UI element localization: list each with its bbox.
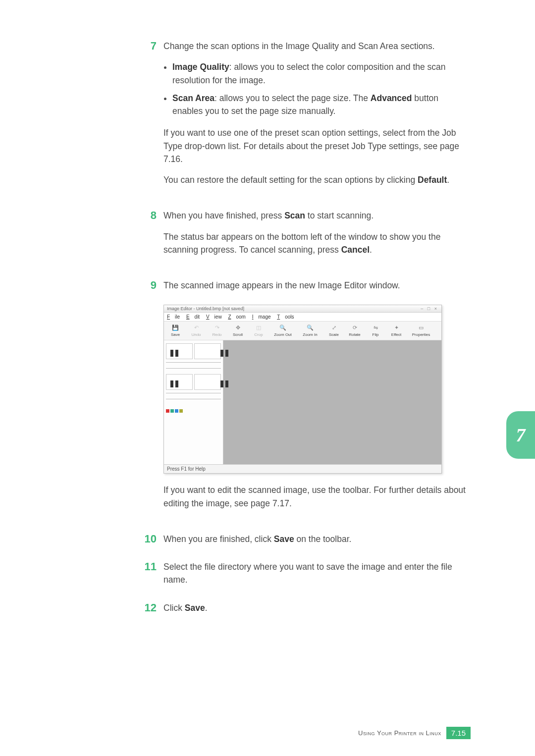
scroll-icon: ✥: [229, 324, 246, 331]
label-advanced: Advanced: [371, 93, 412, 103]
footer-text: Using Your Printer in Linux: [358, 729, 441, 737]
step9-after: If you want to edit the scanned image, u…: [163, 484, 471, 510]
label-scan: Scan: [284, 211, 305, 220]
properties-icon: ▭: [409, 324, 433, 331]
toolbar-redo-label: Redo: [212, 332, 221, 337]
editor-title-text: Image Editor - Untitled.bmp [not saved]: [167, 306, 244, 311]
thumbnail-icon: [166, 343, 193, 359]
step-7: 7 Change the scan options in the Image Q…: [139, 40, 471, 194]
bullet-scan-area-text-a: : allows you to select the page size. Th…: [214, 93, 371, 103]
step11-text: Select the file directory where you want…: [163, 560, 471, 587]
step8-line1-b: to start scanning.: [305, 211, 374, 220]
step-9: 9 The scanned image appears in the new I…: [139, 279, 471, 300]
step-number: 7: [139, 40, 163, 194]
step-number: 10: [139, 533, 163, 545]
step7-default-a: You can restore the default setting for …: [163, 175, 418, 185]
step-body: When you have finished, press Scan to st…: [163, 209, 471, 264]
label-save: Save: [274, 534, 294, 544]
menu-edit[interactable]: Edit: [186, 314, 200, 320]
toolbar-crop-button[interactable]: ◫Crop: [248, 324, 269, 338]
toolbar-scale-label: Scale: [329, 332, 339, 337]
step-10: 10 When you are finished, click Save on …: [139, 533, 471, 545]
color-swatches: [166, 406, 221, 411]
step-number: 12: [139, 601, 163, 614]
toolbar-redo-button[interactable]: ↷Redo: [207, 324, 227, 338]
step12-b: .: [205, 603, 208, 613]
step-number: 9: [139, 279, 163, 300]
zoom-in-icon: 🔍: [299, 324, 321, 331]
step10-text: When you are finished, click Save on the…: [163, 533, 471, 545]
step12-a: Click: [163, 603, 185, 613]
editor-canvas[interactable]: [223, 340, 441, 464]
step-body: When you are finished, click Save on the…: [163, 533, 471, 545]
toolbar-undo-label: Undo: [191, 332, 201, 337]
thumbnail-icon: [194, 343, 221, 359]
step-body: Select the file directory where you want…: [163, 560, 471, 587]
step12-text: Click Save.: [163, 601, 471, 614]
menu-file[interactable]: FFileile: [167, 314, 180, 320]
label-cancel: Cancel: [341, 245, 370, 255]
rotate-icon: ⟳: [346, 324, 363, 331]
flip-icon: ⇋: [367, 324, 384, 331]
step-9-after: If you want to edit the scanned image, u…: [139, 484, 471, 518]
step7-bullets: Image Quality: allows you to select the …: [163, 60, 471, 117]
step-number: 11: [139, 560, 163, 587]
editor-titlebar: Image Editor - Untitled.bmp [not saved] …: [164, 305, 441, 313]
step-body: If you want to edit the scanned image, u…: [163, 484, 471, 518]
thumbnail-divider: [166, 368, 221, 373]
toolbar-effect-button[interactable]: ✦Effect: [386, 324, 407, 338]
thumbnail-divider: [166, 362, 221, 367]
editor-toolbar: 💾Save ↶Undo ↷Redo ✥Scroll ◫Crop 🔍Zoom Ou…: [164, 322, 441, 340]
bullet-image-quality: Image Quality: allows you to select the …: [172, 60, 471, 87]
editor-body: [164, 340, 441, 464]
step8-line2-b: .: [370, 245, 372, 255]
step7-default: You can restore the default setting for …: [163, 173, 471, 186]
toolbar-rotate-button[interactable]: ⟳Rotate: [344, 324, 365, 338]
toolbar-save-button[interactable]: 💾Save: [165, 324, 186, 338]
step10-b: on the toolbar.: [294, 534, 352, 544]
menu-view[interactable]: View: [206, 314, 222, 320]
step7-jobtype: If you want to use one of the preset sca…: [163, 126, 471, 165]
toolbar-zoomout-button[interactable]: 🔍Zoom Out: [269, 324, 297, 338]
toolbar-zoomin-label: Zoom In: [303, 332, 317, 337]
bullet-scan-area: Scan Area: allows you to select the page…: [172, 92, 471, 118]
step8-line1-a: When you have finished, press: [163, 211, 284, 220]
editor-thumbnail-panel: [164, 340, 223, 464]
step7-intro: Change the scan options in the Image Qua…: [163, 40, 471, 53]
toolbar-effect-label: Effect: [391, 332, 401, 337]
label-default: Default: [418, 175, 447, 185]
page-footer: Using Your Printer in Linux 7.15: [358, 727, 471, 739]
label-scan-area: Scan Area: [172, 93, 214, 103]
toolbar-zoomin-button[interactable]: 🔍Zoom In: [297, 324, 323, 338]
toolbar-undo-button[interactable]: ↶Undo: [186, 324, 207, 338]
step8-line2-a: The status bar appears on the bottom lef…: [163, 232, 440, 255]
toolbar-properties-label: Properties: [412, 332, 430, 337]
step8-line2: The status bar appears on the bottom lef…: [163, 230, 471, 257]
thumbnail-icon: [194, 374, 221, 390]
crop-icon: ◫: [250, 324, 267, 331]
toolbar-scroll-button[interactable]: ✥Scroll: [227, 324, 248, 338]
step9-intro: The scanned image appears in the new Ima…: [163, 279, 471, 292]
toolbar-properties-button[interactable]: ▭Properties: [407, 324, 435, 338]
thumbnail-divider: [166, 399, 221, 404]
label-image-quality: Image Quality: [172, 62, 229, 72]
thumbnail-divider: [166, 393, 221, 398]
toolbar-crop-label: Crop: [254, 332, 263, 337]
toolbar-save-label: Save: [171, 332, 180, 337]
window-controls-icon: – □ ×: [421, 306, 438, 311]
toolbar-scale-button[interactable]: ⤢Scale: [323, 324, 344, 338]
menu-zoom[interactable]: Zoom: [228, 314, 246, 320]
undo-icon: ↶: [188, 324, 205, 331]
scale-icon: ⤢: [325, 324, 342, 331]
toolbar-flip-button[interactable]: ⇋Flip: [365, 324, 386, 338]
image-editor-screenshot: Image Editor - Untitled.bmp [not saved] …: [163, 305, 442, 474]
menu-image[interactable]: Image: [252, 314, 271, 320]
menu-tools[interactable]: Tools: [277, 314, 294, 320]
editor-menubar: FFileile Edit View Zoom Image Tools: [164, 313, 441, 322]
toolbar-flip-label: Flip: [373, 332, 379, 337]
step-11: 11 Select the file directory where you w…: [139, 560, 471, 587]
step-8: 8 When you have finished, press Scan to …: [139, 209, 471, 264]
step8-line1: When you have finished, press Scan to st…: [163, 209, 471, 222]
effect-icon: ✦: [388, 324, 405, 331]
chapter-tab: 7: [506, 411, 535, 459]
